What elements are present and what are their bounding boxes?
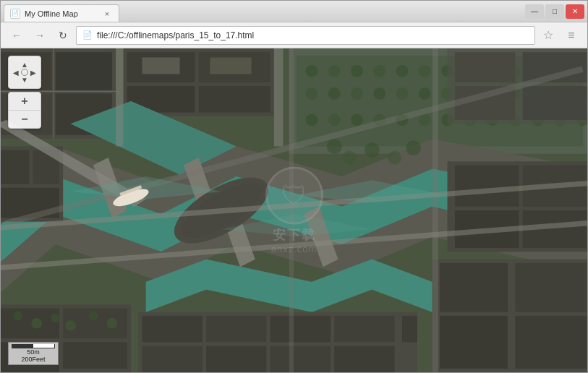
file-icon: 📄 [82, 30, 93, 40]
svg-point-85 [31, 318, 42, 329]
svg-rect-92 [515, 263, 587, 312]
svg-rect-60 [523, 86, 587, 120]
scale-label-meters: 50m [27, 348, 40, 356]
svg-point-115 [343, 151, 357, 165]
svg-rect-112 [433, 48, 438, 372]
bookmark-button[interactable]: ☆ [538, 25, 558, 46]
svg-point-87 [65, 320, 76, 331]
minimize-button[interactable]: — [525, 4, 544, 19]
scale-label-feet: 200Feet [21, 356, 45, 363]
address-bar[interactable]: 📄 file:///C:/offlinemaps/paris_15_to_17.… [76, 26, 535, 45]
svg-point-22 [419, 65, 431, 77]
svg-point-86 [51, 314, 61, 323]
browser-tab[interactable]: 📄 My Offline Map × [4, 4, 119, 22]
svg-point-45 [351, 114, 363, 127]
svg-rect-91 [440, 263, 508, 312]
pan-inner: ▲ ▼ ◀ ▶ [13, 61, 36, 84]
svg-rect-99 [334, 316, 394, 342]
nav-bar: ← → ↻ 📄 file:///C:/offlinemaps/paris_15_… [1, 22, 587, 48]
svg-point-18 [328, 65, 341, 77]
svg-rect-96 [142, 316, 203, 342]
page-icon: 📄 [12, 10, 19, 17]
svg-rect-57 [455, 52, 515, 82]
scale-light [33, 344, 54, 348]
svg-rect-102 [206, 346, 266, 372]
map-container[interactable]: ▲ ▼ ◀ ▶ + − 50m 200Feet [1, 48, 587, 372]
pan-control[interactable]: ▲ ▼ ◀ ▶ [8, 56, 41, 89]
svg-rect-97 [206, 316, 266, 342]
scale-dark [12, 344, 33, 348]
menu-button[interactable]: ≡ [561, 25, 581, 46]
pan-center [21, 69, 28, 76]
svg-rect-120 [274, 48, 284, 146]
title-bar: 📄 My Offline Map × — □ ✕ [1, 1, 587, 22]
svg-rect-98 [270, 316, 331, 342]
pan-up-arrow: ▲ [21, 61, 28, 69]
zoom-control: + − [8, 92, 41, 129]
svg-point-32 [351, 87, 363, 100]
zoom-in-button[interactable]: + [9, 93, 41, 110]
svg-point-21 [396, 65, 409, 77]
window-controls: — □ ✕ [525, 1, 587, 22]
svg-rect-14 [210, 58, 251, 74]
svg-point-89 [107, 318, 118, 329]
svg-point-35 [419, 87, 431, 100]
svg-point-88 [89, 312, 98, 321]
svg-point-34 [396, 87, 409, 100]
svg-rect-113 [289, 48, 294, 372]
svg-point-114 [327, 139, 342, 154]
refresh-button[interactable]: ↻ [53, 25, 73, 46]
svg-point-17 [306, 65, 318, 77]
scale-bar: 50m 200Feet [8, 342, 59, 365]
forward-button[interactable]: → [30, 25, 50, 46]
svg-rect-106 [455, 165, 519, 206]
tab-label: My Offline Map [25, 9, 78, 18]
svg-point-20 [373, 65, 385, 77]
svg-point-117 [388, 151, 401, 165]
zoom-out-button[interactable]: − [9, 111, 41, 128]
svg-rect-94 [515, 316, 587, 369]
svg-rect-100 [402, 316, 417, 342]
svg-point-30 [306, 87, 318, 100]
svg-point-44 [328, 114, 341, 127]
tab-icon: 📄 [10, 9, 20, 19]
tab-area: 📄 My Offline Map × [1, 1, 525, 22]
map-controls: ▲ ▼ ◀ ▶ + − [8, 56, 41, 129]
maximize-button[interactable]: □ [545, 4, 564, 19]
pan-down-arrow: ▼ [21, 76, 28, 84]
address-text: file:///C:/offlinemaps/paris_15_to_17.ht… [97, 30, 529, 40]
browser-window: 📄 My Offline Map × — □ ✕ ← → ↻ 📄 file://… [0, 0, 588, 373]
svg-point-31 [328, 87, 341, 100]
svg-rect-13 [142, 58, 180, 74]
tab-close-button[interactable]: × [101, 8, 113, 20]
svg-rect-119 [116, 48, 123, 146]
svg-rect-103 [270, 346, 331, 372]
svg-point-118 [406, 140, 421, 155]
svg-rect-104 [334, 346, 394, 372]
svg-point-43 [306, 114, 318, 127]
svg-rect-80 [1, 308, 59, 338]
svg-point-48 [419, 114, 431, 127]
back-button[interactable]: ← [7, 25, 27, 46]
close-button[interactable]: ✕ [566, 4, 584, 19]
svg-rect-93 [440, 316, 508, 369]
map-background [1, 48, 587, 372]
svg-point-33 [373, 87, 385, 100]
svg-point-116 [365, 142, 380, 158]
pan-right-arrow: ▶ [30, 69, 36, 77]
pan-left-arrow: ◀ [13, 69, 19, 77]
svg-point-84 [13, 312, 22, 321]
svg-rect-83 [63, 342, 127, 368]
svg-rect-101 [142, 346, 203, 372]
svg-rect-3 [56, 52, 112, 90]
svg-rect-76 [1, 150, 29, 184]
svg-point-19 [351, 65, 363, 77]
svg-rect-12 [199, 86, 270, 112]
